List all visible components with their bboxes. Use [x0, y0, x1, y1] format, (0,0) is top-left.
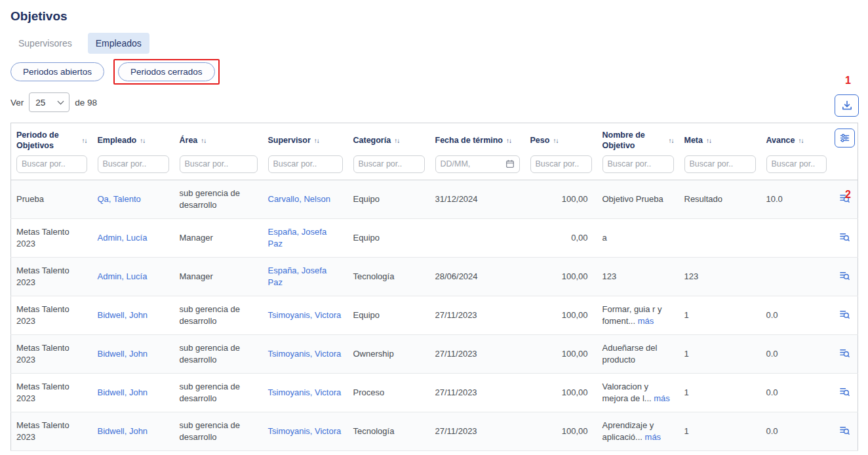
tab-supervisores[interactable]: Supervisores — [10, 33, 80, 54]
column-header-meta[interactable]: Meta↑↓ — [679, 123, 761, 153]
row-details-button[interactable] — [838, 385, 852, 399]
periodos-abiertos-button[interactable]: Periodos abiertos — [10, 62, 104, 81]
cell-area: sub gerencia de desarrollo — [174, 412, 263, 450]
sort-icon[interactable]: ↑↓ — [394, 137, 399, 144]
empleado-link[interactable]: Qa, Talento — [98, 194, 141, 204]
column-label: Nombre de Objetivo — [602, 130, 665, 151]
column-settings-button[interactable] — [835, 129, 855, 148]
filter-input-nombre[interactable] — [608, 159, 669, 168]
column-label: Periodo de Objetivos — [16, 130, 79, 151]
table-row: Metas Talento 2023Bidwell, Johnsub geren… — [11, 412, 858, 450]
supervisor-link[interactable]: España, Josefa Paz — [268, 227, 327, 248]
cell-empleado: Admin, Lucía — [92, 218, 174, 257]
cell-categoria: Equipo — [348, 296, 430, 334]
row-details-button[interactable] — [838, 269, 852, 283]
cell-meta: Resultado — [679, 180, 761, 218]
cell-avance — [761, 257, 832, 296]
cell-supervisor: España, Josefa Paz — [263, 257, 348, 296]
sort-icon[interactable]: ↑↓ — [706, 137, 711, 144]
supervisor-link[interactable]: Tsimoyanis, Victora — [268, 310, 342, 320]
download-button[interactable] — [835, 94, 859, 117]
cell-meta: 1 — [679, 296, 761, 334]
cell-peso: 100,00 — [525, 373, 597, 412]
mas-link[interactable]: más — [654, 393, 670, 403]
table-filter-row — [11, 153, 858, 180]
cell-avance: 0.0 — [761, 296, 832, 334]
filter-input-periodo[interactable] — [22, 159, 82, 168]
column-header-supervisor[interactable]: Supervisor↑↓ — [263, 123, 348, 153]
column-header-empleado[interactable]: Empleado↑↓ — [92, 123, 174, 153]
filter-input-empleado[interactable] — [103, 159, 164, 168]
tune-sliders-icon — [839, 132, 850, 144]
cell-peso: 100,00 — [525, 257, 597, 296]
objetivo-text: 123 — [602, 271, 617, 281]
mas-link[interactable]: más — [638, 316, 654, 326]
table-row: Metas Talento 2023Bidwell, Johnsub geren… — [11, 373, 858, 412]
supervisor-link[interactable]: España, Josefa Paz — [268, 266, 327, 287]
objetivo-text: Objetivo Prueba — [602, 194, 663, 204]
list-search-icon — [839, 347, 850, 359]
filter-input-fecha[interactable] — [441, 159, 504, 168]
supervisor-link[interactable]: Tsimoyanis, Victora — [268, 387, 342, 397]
row-details-button[interactable] — [838, 230, 852, 244]
cell-actions — [832, 373, 858, 412]
column-header-area[interactable]: Área↑↓ — [174, 123, 263, 153]
sort-icon[interactable]: ↑↓ — [506, 137, 511, 144]
cell-categoria: Equipo — [348, 180, 430, 218]
column-header-actions — [832, 123, 858, 153]
empleado-link[interactable]: Bidwell, John — [98, 310, 148, 320]
total-count-label: de 98 — [75, 98, 97, 108]
empleado-link[interactable]: Admin, Lucía — [98, 271, 148, 281]
empleado-link[interactable]: Bidwell, John — [98, 387, 148, 397]
supervisor-link[interactable]: Tsimoyanis, Victora — [268, 426, 342, 436]
filter-input-categoria[interactable] — [359, 159, 420, 168]
supervisor-link[interactable]: Carvallo, Nelson — [268, 194, 330, 204]
column-header-fecha[interactable]: Fecha de término↑↓ — [430, 123, 525, 153]
calendar-icon[interactable] — [505, 159, 515, 168]
cell-nombre: a — [597, 218, 679, 257]
empleado-link[interactable]: Bidwell, John — [98, 426, 148, 436]
filter-input-avance[interactable] — [772, 159, 821, 168]
filter-input-meta[interactable] — [690, 159, 751, 168]
column-header-categoria[interactable]: Categoría↑↓ — [348, 123, 430, 153]
sort-icon[interactable]: ↑↓ — [669, 137, 674, 144]
sort-icon[interactable]: ↑↓ — [140, 137, 145, 144]
cell-avance: 0.0 — [761, 373, 832, 412]
cell-actions — [832, 257, 858, 296]
cell-supervisor: Tsimoyanis, Victora — [263, 296, 348, 334]
cell-meta: 123 — [679, 257, 761, 296]
supervisor-link[interactable]: Tsimoyanis, Victora — [268, 349, 342, 359]
column-header-periodo[interactable]: Periodo de Objetivos↑↓ — [11, 123, 92, 153]
sort-icon[interactable]: ↑↓ — [553, 137, 558, 144]
cell-empleado: Qa, Talento — [92, 180, 174, 218]
column-header-avance[interactable]: Avance↑↓ — [761, 123, 832, 153]
sort-icon[interactable]: ↑↓ — [201, 137, 206, 144]
column-header-peso[interactable]: Peso↑↓ — [525, 123, 597, 153]
row-details-button[interactable] — [838, 346, 852, 360]
column-label: Supervisor — [268, 135, 311, 146]
filter-input-area[interactable] — [185, 159, 252, 168]
filter-input-supervisor[interactable] — [273, 159, 338, 168]
cell-supervisor: Tsimoyanis, Victora — [263, 334, 348, 373]
column-header-nombre[interactable]: Nombre de Objetivo↑↓ — [597, 123, 679, 153]
chevron-down-icon — [58, 98, 64, 104]
empleado-link[interactable]: Bidwell, John — [98, 349, 148, 359]
sort-icon[interactable]: ↑↓ — [82, 137, 87, 144]
sort-icon[interactable]: ↑↓ — [314, 137, 319, 144]
tab-empleados[interactable]: Empleados — [88, 33, 149, 54]
mas-link[interactable]: más — [645, 432, 661, 442]
cell-categoria: Tecnología — [348, 257, 430, 296]
cell-area: sub gerencia de desarrollo — [174, 180, 263, 218]
row-details-button[interactable] — [838, 424, 852, 437]
filter-input-peso[interactable] — [536, 159, 587, 168]
sort-icon[interactable]: ↑↓ — [799, 137, 804, 144]
cell-area: sub gerencia de desarrollo — [174, 373, 263, 412]
cell-supervisor: Tsimoyanis, Victora — [263, 412, 348, 450]
page-size-select[interactable]: 25 — [29, 92, 69, 112]
cell-nombre: Formar, guia r y foment... más — [597, 296, 679, 334]
periodos-cerrados-button[interactable]: Periodos cerrados — [118, 62, 215, 81]
cell-periodo: Metas Talento 2023 — [11, 334, 92, 373]
empleado-link[interactable]: Admin, Lucía — [98, 233, 148, 243]
cell-categoria: Tecnología — [348, 412, 430, 450]
row-details-button[interactable] — [838, 307, 852, 321]
